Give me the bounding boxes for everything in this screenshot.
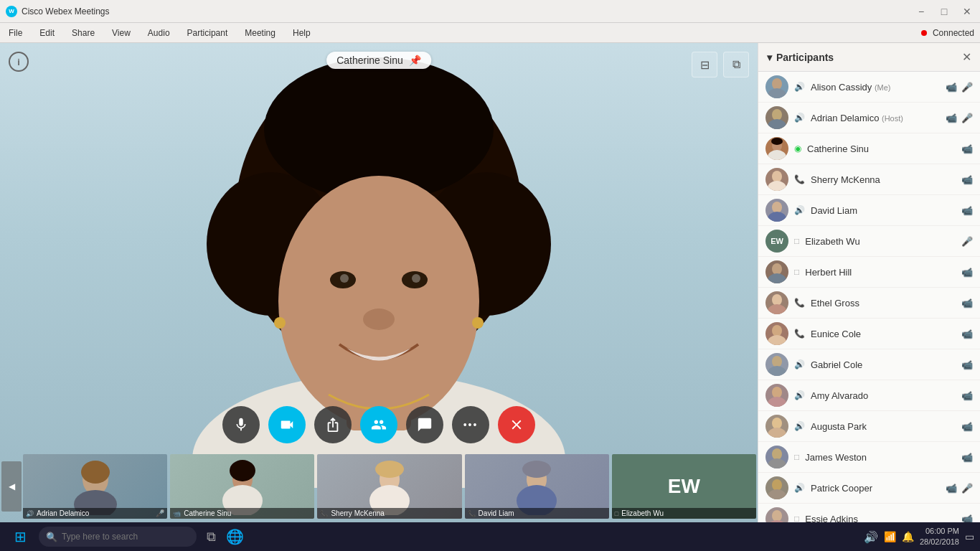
participant-james[interactable]: □ James Weston 📹 bbox=[758, 442, 980, 473]
avatar-james bbox=[765, 446, 788, 468]
panel-close-button[interactable]: ✕ bbox=[962, 50, 971, 64]
svg-point-37 bbox=[772, 263, 782, 275]
svg-point-26 bbox=[772, 78, 782, 90]
menu-view[interactable]: View bbox=[109, 27, 133, 39]
svg-point-45 bbox=[772, 387, 782, 398]
chat-button[interactable] bbox=[406, 406, 443, 443]
thumbnail-catherine[interactable]: 📹 Catherine Sinu bbox=[170, 454, 314, 519]
title-bar: W Cisco Webex Meetings − □ ✕ bbox=[0, 0, 980, 23]
layout-button[interactable]: ⊟ bbox=[692, 52, 717, 77]
participant-catherine[interactable]: ◉ Catherine Sinu 📹 bbox=[758, 133, 980, 164]
menu-edit[interactable]: Edit bbox=[37, 27, 57, 39]
info-section: i bbox=[9, 52, 29, 72]
taskbar-search[interactable]: 🔍 bbox=[39, 527, 197, 547]
menu-participant[interactable]: Participant bbox=[184, 27, 231, 39]
avatar-essie bbox=[765, 507, 788, 522]
menu-meeting[interactable]: Meeting bbox=[242, 27, 278, 39]
svg-point-33 bbox=[772, 171, 782, 182]
svg-point-13 bbox=[472, 317, 484, 329]
info-button[interactable]: i bbox=[9, 52, 29, 72]
menu-audio[interactable]: Audio bbox=[145, 27, 173, 39]
participant-patrick[interactable]: 🔊 Patrick Cooper 📹 🎤 bbox=[758, 473, 980, 504]
fullscreen-button[interactable]: ⧉ bbox=[723, 52, 749, 77]
end-call-button[interactable] bbox=[498, 406, 535, 443]
participant-eunice[interactable]: 📞 Eunice Cole 📹 bbox=[758, 319, 980, 349]
taskbar: ⊞ 🔍 ⧉ 🌐 🔊 📶 🔔 06:00 PM 28/02/2018 ▭ bbox=[0, 522, 980, 551]
panel-title: ▾ Participants bbox=[767, 52, 834, 63]
thumbnail-elizabeth[interactable]: EW □ Elizabeth Wu bbox=[612, 454, 756, 519]
menu-bar: File Edit Share View Audio Participant M… bbox=[0, 23, 980, 43]
video-button[interactable] bbox=[268, 406, 306, 443]
participants-list: 🔊 Alison Cassidy (Me) 📹 🎤 🔊 Adrian Delam… bbox=[758, 72, 980, 522]
svg-point-53 bbox=[772, 510, 782, 522]
search-input[interactable] bbox=[62, 532, 189, 542]
avatar-augusta bbox=[765, 415, 788, 438]
thumbnail-label-sherry: 📞 Sherry McKenna bbox=[317, 508, 461, 519]
name-alison: Alison Cassidy (Me) bbox=[811, 82, 940, 93]
connection-indicator bbox=[921, 30, 927, 36]
avatar-david bbox=[765, 199, 788, 222]
participant-david[interactable]: 🔊 David Liam 📹 bbox=[758, 195, 980, 226]
video-top-controls: ⊟ ⧉ bbox=[692, 52, 749, 77]
participant-gabriel[interactable]: 🔊 Gabriel Cole 📹 bbox=[758, 349, 980, 380]
wifi-icon[interactable]: 📶 bbox=[884, 531, 896, 542]
avatar-herbert bbox=[765, 260, 788, 283]
icons-elizabeth: 🎤 bbox=[961, 236, 973, 247]
participant-augusta[interactable]: 🔊 Augusta Park 📹 bbox=[758, 411, 980, 442]
participant-elizabeth[interactable]: EW □ Elizabeth Wu 🎤 bbox=[758, 226, 980, 257]
avatar-elizabeth: EW bbox=[765, 230, 788, 253]
panel-header: ▾ Participants ✕ bbox=[758, 43, 980, 72]
speaker-name-badge: Catherine Sinu 📌 bbox=[326, 52, 431, 69]
svg-point-40 bbox=[768, 304, 786, 314]
share-button[interactable] bbox=[314, 406, 352, 443]
edge-icon[interactable]: 🌐 bbox=[226, 528, 244, 545]
svg-point-29 bbox=[768, 119, 786, 129]
icons-adrian: 📹 🎤 bbox=[946, 113, 973, 123]
video-icon-essie: 📹 bbox=[961, 514, 973, 523]
svg-point-46 bbox=[768, 397, 786, 407]
svg-point-9 bbox=[340, 274, 349, 283]
video-icon-james: 📹 bbox=[961, 452, 973, 463]
video-icon-patrick: 📹 bbox=[946, 483, 957, 494]
participant-ethel[interactable]: 📞 Ethel Gross 📹 bbox=[758, 288, 980, 319]
minimize-button[interactable]: − bbox=[914, 4, 928, 19]
participant-essie[interactable]: □ Essie Adkins 📹 bbox=[758, 504, 980, 522]
name-elizabeth: Elizabeth Wu bbox=[805, 236, 956, 247]
app-title: Cisco Webex Meetings bbox=[22, 6, 110, 17]
taskview-button[interactable]: ⧉ bbox=[207, 529, 216, 545]
svg-point-36 bbox=[768, 212, 786, 222]
taskbar-clock: 06:00 PM 28/02/2018 bbox=[920, 526, 959, 548]
participant-alison[interactable]: 🔊 Alison Cassidy (Me) 📹 🎤 bbox=[758, 72, 980, 103]
thumbnail-adrian[interactable]: 🔊 Adrian Delamico 🎤 bbox=[23, 454, 167, 519]
svg-point-47 bbox=[772, 418, 782, 429]
more-button[interactable]: ••• bbox=[452, 406, 489, 443]
menu-share[interactable]: Share bbox=[69, 27, 98, 39]
icons-james: 📹 bbox=[961, 452, 973, 463]
thumbnail-sherry[interactable]: 📞 Sherry McKenna bbox=[317, 454, 461, 519]
notification-icon[interactable]: 🔔 bbox=[902, 531, 914, 542]
participant-amy[interactable]: 🔊 Amy Alvarado 📹 bbox=[758, 380, 980, 411]
show-desktop-button[interactable]: ▭ bbox=[965, 531, 974, 542]
close-button[interactable]: ✕ bbox=[960, 4, 974, 19]
menu-help[interactable]: Help bbox=[290, 27, 314, 39]
avatar-gabriel bbox=[765, 353, 788, 376]
icons-augusta: 📹 bbox=[961, 421, 973, 432]
sound-icon[interactable]: 🔊 bbox=[864, 530, 878, 544]
name-james: James Weston bbox=[805, 452, 956, 463]
thumbnail-david[interactable]: 📞 David Liam bbox=[465, 454, 609, 519]
participant-herbert[interactable]: □ Herbert Hill 📹 bbox=[758, 257, 980, 288]
icons-herbert: 📹 bbox=[961, 267, 973, 278]
svg-point-31 bbox=[768, 150, 786, 160]
maximize-button[interactable]: □ bbox=[937, 4, 951, 19]
participant-sherry[interactable]: 📞 Sherry McKenna 📹 bbox=[758, 164, 980, 195]
start-button[interactable]: ⊞ bbox=[6, 522, 34, 551]
thumb-prev-button[interactable]: ◀ bbox=[1, 461, 22, 512]
menu-file[interactable]: File bbox=[6, 27, 25, 39]
participant-adrian[interactable]: 🔊 Adrian Delamico (Host) 📹 🎤 bbox=[758, 103, 980, 133]
video-icon-catherine: 📹 bbox=[961, 143, 973, 154]
participants-button[interactable] bbox=[360, 406, 397, 443]
video-icon-adrian: 📹 bbox=[946, 113, 957, 123]
pin-icon[interactable]: 📌 bbox=[409, 55, 421, 66]
thumbnail-label-david: 📞 David Liam bbox=[465, 508, 609, 519]
mute-button[interactable] bbox=[222, 406, 260, 443]
